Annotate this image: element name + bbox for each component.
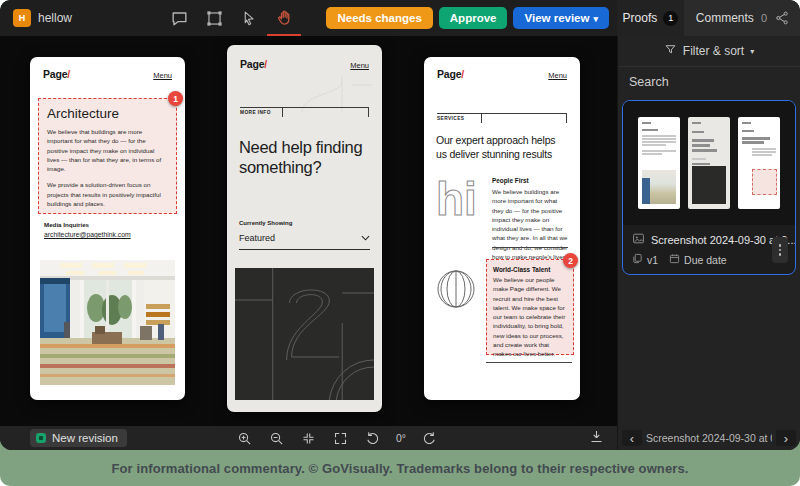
comment-pin-1[interactable]: 1 (168, 91, 183, 106)
tab-proofs[interactable]: Proofs 1 (617, 0, 684, 36)
thumbnail-screen-1 (638, 117, 680, 209)
hand-icon (275, 9, 294, 28)
section-tabs: SERVICES (437, 113, 567, 123)
tab-comments[interactable]: Comments 0 (684, 0, 800, 36)
globe-icon (436, 269, 476, 309)
username-label: hellow (38, 11, 72, 25)
annotation-region-2[interactable]: World-Class Talent We believe our people… (486, 259, 574, 355)
bottom-bar: New revision 0° ‹ Screenshot 2024-09-30 … (0, 426, 800, 450)
block-title: People First (492, 177, 570, 184)
top-bar: H hellow Need (0, 0, 800, 36)
current-proof-filename: Screenshot 2024-09-30 at 06.31... (646, 432, 772, 444)
mockup-header: Page/ Menu (437, 68, 567, 80)
mockup-heading: Need help finding something? (239, 137, 369, 177)
mockup-paragraph: We believe that buildings are more impor… (47, 127, 168, 173)
avatar[interactable]: H (13, 9, 31, 27)
annotation-toolbar (168, 0, 295, 36)
fit-to-screen-button[interactable] (300, 430, 317, 447)
calendar-icon (669, 253, 680, 266)
marquee-select-icon (205, 9, 224, 28)
abstract-graphic-block (235, 268, 374, 400)
mockup-header: Page/ Menu (240, 58, 369, 70)
pan-hand-tool-button[interactable] (273, 7, 295, 29)
filter-sort-label: Filter & sort (683, 44, 744, 58)
page-logo: Page/ (240, 58, 267, 70)
version-badge: v1 (632, 253, 658, 266)
disclaimer-footer: For informational commentary. © GoVisual… (0, 450, 800, 486)
approve-button[interactable]: Approve (439, 7, 508, 29)
interior-photo (40, 260, 175, 385)
share-icon[interactable] (774, 10, 790, 26)
app-window: H hellow Need (0, 0, 800, 486)
people-first-block: People First We believe buildings are mo… (492, 177, 570, 271)
panel-tabs: Proofs 1 Comments 0 (617, 0, 800, 36)
proof-canvas[interactable]: Page/ Menu Architecture We believe that … (0, 36, 617, 426)
currently-showing-label: Currently Showing (239, 220, 292, 226)
block-title: World-Class Talent (493, 266, 567, 273)
annotation-region-1[interactable]: Architecture We believe that buildings a… (38, 98, 177, 214)
comment-pin-2[interactable]: 2 (563, 253, 578, 268)
block-body: We believe our people make Page differen… (493, 275, 567, 359)
image-icon (632, 232, 645, 247)
menu-link: Menu (548, 71, 567, 80)
proof-screen-search[interactable]: Page/ Menu MORE INFO Need help finding s… (227, 45, 382, 412)
fullscreen-button[interactable] (332, 430, 349, 447)
view-review-button[interactable]: View review▾ (513, 7, 609, 29)
prev-proof-button[interactable]: ‹ (622, 430, 642, 446)
marquee-tool-button[interactable] (203, 7, 225, 29)
proof-card-selected[interactable]: Screenshot 2024-09-30 at 0... v1 Due dat… (622, 100, 796, 275)
search-row (618, 67, 800, 97)
review-actions: Needs changes Approve View review▾ (326, 7, 609, 29)
version-icon (632, 253, 643, 266)
menu-link: Menu (350, 61, 369, 70)
cursor-tool-button[interactable] (238, 7, 260, 29)
rotate-ccw-button[interactable] (364, 430, 381, 447)
thumbnail-screen-2 (688, 117, 730, 209)
svg-text:hi: hi (436, 175, 477, 221)
proof-screen-architecture[interactable]: Page/ Menu Architecture We believe that … (30, 57, 185, 400)
thumbnail-screen-3 (738, 117, 780, 209)
divider-line (492, 247, 568, 248)
chevron-down-icon: ▾ (593, 14, 598, 24)
search-input[interactable] (627, 74, 791, 90)
main-area: Page/ Menu Architecture We believe that … (0, 36, 800, 426)
mockup-heading: Our expert approach helps us deliver stu… (436, 134, 568, 161)
zoom-controls: 0° (236, 426, 438, 450)
due-date-control[interactable]: Due date (669, 253, 727, 266)
section-tabs: MORE INFO (240, 107, 369, 117)
proofs-label: Proofs (623, 11, 658, 25)
media-inquiries-label: Media Inquiries (44, 221, 89, 228)
chevron-down-icon (361, 235, 370, 241)
zoom-out-button[interactable] (268, 430, 285, 447)
zoom-in-button[interactable] (236, 430, 253, 447)
proof-card-info: Screenshot 2024-09-30 at 0... v1 Due dat… (623, 225, 795, 274)
proof-file-navigator: ‹ Screenshot 2024-09-30 at 06.31... › (617, 426, 800, 450)
featured-dropdown: Featured (239, 233, 370, 250)
menu-link: Menu (153, 71, 172, 80)
chevron-down-icon: ▾ (750, 47, 754, 56)
needs-changes-button[interactable]: Needs changes (326, 7, 432, 29)
proof-options-menu-button[interactable] (772, 237, 788, 263)
rotate-cw-button[interactable] (421, 430, 438, 447)
comments-count: 0 (761, 12, 767, 24)
hi-outline-graphic: hi (434, 175, 486, 221)
cursor-icon (241, 10, 258, 27)
filter-sort-control[interactable]: Filter & sort ▾ (618, 36, 800, 67)
comment-tool-button[interactable] (168, 7, 190, 29)
section-tab-label: SERVICES (437, 116, 464, 121)
next-proof-button[interactable]: › (776, 430, 796, 446)
page-logo: Page/ (43, 68, 70, 80)
new-revision-button[interactable]: New revision (30, 429, 127, 447)
comments-label: Comments (696, 11, 754, 25)
proofs-sidebar: Filter & sort ▾ (617, 36, 800, 426)
section-tab-label: MORE INFO (240, 110, 271, 115)
proof-screen-services[interactable]: Page/ Menu SERVICES Our expert approach … (424, 57, 580, 400)
download-button[interactable] (589, 429, 604, 448)
mockup-heading: Architecture (47, 106, 168, 121)
govisually-app: H hellow Need (0, 0, 800, 450)
proof-thumbnails (623, 101, 795, 225)
new-revision-icon (36, 433, 46, 443)
top-bar-left: H hellow Need (0, 0, 617, 36)
disclaimer-text: For informational commentary. © GoVisual… (112, 461, 689, 476)
rotation-value: 0° (396, 432, 406, 444)
